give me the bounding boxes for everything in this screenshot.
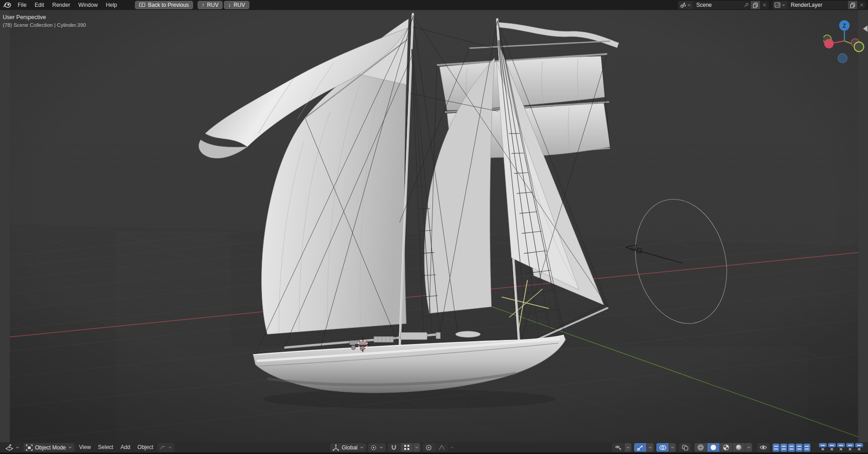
render-layer-name[interactable]: RenderLayer [787,2,848,8]
object-mode-icon [26,444,33,451]
chevron-down-icon [747,445,751,449]
rendered-sphere-icon [735,444,742,451]
scene-name[interactable]: Scene [693,2,742,8]
pin-icon-button[interactable] [742,1,751,9]
editor-type-selector[interactable] [3,443,22,452]
orientation-global-icon [332,444,339,451]
gizmos-group [634,443,654,452]
viewport-canvas[interactable] [0,10,868,442]
axis-y-ball[interactable] [854,42,864,52]
menu-help[interactable]: Help [102,1,121,9]
eye-icon [759,444,767,450]
shading-rendered-button[interactable] [733,443,745,452]
falloff-curve-button[interactable] [436,443,448,452]
menu-object[interactable]: Object [134,443,157,452]
blender-logo-icon[interactable] [3,1,12,9]
mode-selector[interactable]: Object Mode [24,443,74,452]
object-visibility-button[interactable] [612,443,624,452]
wireframe-sphere-icon [697,444,704,451]
editor-3d-viewport-icon [5,444,13,451]
shading-wireframe-button[interactable] [694,443,707,452]
render-layer-selector: RenderLayer ✕ [773,1,866,9]
show-overlays-toggle[interactable] [656,443,669,452]
menu-file[interactable]: File [14,1,30,9]
shading-solid-button[interactable] [707,443,719,452]
proportional-edit-group [423,443,455,452]
remove-render-layer-button[interactable]: ✕ [857,1,866,9]
screen-back-icon [139,2,145,8]
blender-window: File Edit Render Window Help Back to Pre… [0,0,868,454]
close-icon: ✕ [839,447,843,452]
orientation-label: Global [342,444,357,451]
snap-target-button[interactable] [401,443,413,452]
overlays-chevron[interactable] [669,443,676,452]
tool-fallback-selector[interactable] [158,443,174,452]
ruv-import-button[interactable]: ↓ RUV [224,1,249,9]
scene-selector: Scene ✕ [678,1,769,9]
collection-toggle-button[interactable] [788,444,795,452]
mode-label: Object Mode [35,444,66,451]
collection-close-button[interactable]: ✕ [846,443,854,452]
close-icon: ✕ [848,447,852,452]
collection-toggle-group-1 [773,444,811,452]
shading-mode-group [694,443,752,452]
menu-edit[interactable]: Edit [30,1,48,9]
axis-z-neg-ball[interactable] [838,54,847,63]
back-to-previous-button[interactable]: Back to Previous [135,1,193,9]
proportional-editing-icon [426,444,432,451]
menu-view[interactable]: View [75,443,94,452]
chevron-down-icon [687,3,691,7]
navigation-gizmo[interactable]: Z [823,13,865,64]
overlays-group [656,443,676,452]
collection-close-button[interactable]: ✕ [828,443,836,452]
collection-close-button[interactable]: ✕ [837,443,845,452]
scene-browse-button[interactable] [678,1,693,9]
collection-close-button[interactable]: ✕ [855,443,863,452]
gizmo-arrow-icon [637,444,644,451]
show-gizmos-toggle[interactable] [634,443,646,452]
xray-toggle[interactable] [679,443,691,452]
collection-toggle-button[interactable] [796,444,803,452]
collection-toggle-button[interactable] [804,444,810,452]
proportional-editing-button[interactable] [423,443,435,452]
close-icon: ✕ [830,447,833,452]
collection-toggle-button[interactable] [780,444,787,452]
viewport-3d[interactable]: User Perspective (78) Scene Collection |… [0,10,868,442]
fallback-tool-icon [160,445,166,450]
collection-close-button[interactable]: ✕ [819,443,827,452]
falloff-chevron[interactable] [448,443,455,452]
chevron-down-icon [626,445,630,449]
axis-z-label: Z [843,23,846,29]
visibility-chevron[interactable] [625,443,631,452]
shading-chevron[interactable] [745,443,752,452]
unlink-scene-button[interactable]: ✕ [760,1,769,9]
gizmos-chevron[interactable] [647,443,654,452]
material-sphere-icon [723,444,729,451]
pivot-point-icon [370,444,377,451]
chevron-down-icon [68,445,72,449]
menu-render[interactable]: Render [48,1,74,9]
snap-toggle-button[interactable] [388,443,400,452]
ruv-export-button[interactable]: ↑ RUV [198,1,223,9]
new-render-layer-button[interactable] [848,1,857,9]
menu-window[interactable]: Window [74,1,102,9]
chevron-down-icon [670,445,675,449]
snap-options-chevron[interactable] [413,443,420,452]
new-scene-button[interactable] [751,1,760,9]
menu-select[interactable]: Select [94,443,117,452]
close-icon: ✕ [762,2,766,8]
pivot-point-selector[interactable] [368,443,386,452]
transform-orientation-selector[interactable]: Global [330,443,366,452]
sidebar-toggle-arrow[interactable] [863,25,868,33]
pin-icon [744,2,749,8]
shading-material-button[interactable] [720,443,732,452]
visibility-eye-cursor-icon [615,444,622,451]
menu-add[interactable]: Add [117,443,134,452]
collection-toggle-button[interactable] [773,444,779,452]
axis-x-pos-ball[interactable] [824,39,834,49]
local-view-eye-toggle[interactable] [757,443,769,452]
chevron-down-icon [360,445,364,449]
viewport-header: Object Mode View Select Add Object [0,442,868,453]
chevron-down-icon [168,445,172,449]
render-layer-browse-button[interactable] [773,1,787,9]
